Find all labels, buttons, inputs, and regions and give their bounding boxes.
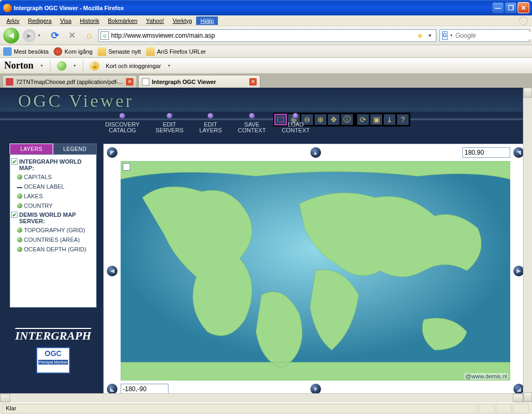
pan-e-button[interactable]: ▶ (513, 266, 524, 276)
tool-full-extent-icon[interactable]: ▣ (370, 114, 383, 125)
tool-refresh-icon[interactable]: ⟳ (357, 114, 369, 125)
folder-icon (146, 47, 155, 56)
search-input[interactable] (455, 32, 532, 39)
stop-button[interactable]: ✕ (64, 28, 80, 44)
bookmark-ans-firefox[interactable]: AnS Firefox URLer (146, 47, 206, 56)
norton-vault-label[interactable]: Kort och inloggningar (106, 63, 161, 69)
bookmark-kom-igang[interactable]: Kom igång (54, 47, 92, 56)
tool-download-icon[interactable]: ⤓ (383, 114, 396, 125)
url-bar[interactable]: ◎ ★ ▼ (98, 29, 436, 42)
layer-lakes[interactable]: LAKES (11, 191, 95, 201)
pan-nw-button[interactable]: ◤ (107, 147, 117, 158)
status-cell (479, 404, 495, 413)
coord-ne-input[interactable] (462, 147, 510, 158)
menu-edit-layers[interactable]: EDITLAYERS (199, 113, 222, 133)
tab-close-button[interactable]: ✕ (249, 78, 257, 86)
norton-toolbar: Norton ▼ ▼ 🔒 Kort och inloggningar ▼ (0, 58, 532, 74)
history-dropdown-icon[interactable]: ▼ (37, 33, 41, 37)
tool-globe-target-icon[interactable]: ⊕ (314, 114, 327, 125)
menu-historik[interactable]: Historik (75, 16, 104, 25)
separator (83, 60, 83, 72)
ogc-badge: OGC Principal Member (36, 347, 70, 374)
browser-tabbar: 72TNTmapChoose.pdf (application/pdf-... … (0, 74, 532, 88)
window-title: Intergraph OGC Viewer - Mozilla Firefox (14, 5, 492, 11)
checkbox-icon[interactable]: ✔ (11, 212, 18, 218)
pan-se-button[interactable]: ◢ (513, 384, 524, 394)
pan-s-button[interactable]: ▼ (310, 384, 321, 394)
menu-verktyg[interactable]: Verktyg (168, 16, 197, 25)
layer-list: ✔ INTERGRAPH WORLD MAP: CAPITALS OCEAN L… (10, 154, 97, 308)
map-page-icon[interactable] (123, 163, 130, 171)
norton-status-dropdown-icon[interactable]: ▼ (73, 64, 77, 67)
viewer-menu-strip: DISCOVERYCATALOG EDITSERVERS EDITLAYERS … (0, 112, 532, 143)
folder-icon (98, 47, 106, 56)
menu-load-context[interactable]: LOADCONTEXT (282, 113, 310, 133)
layer-countries[interactable]: COUNTRIES (AREA) (11, 235, 95, 244)
tab-close-button[interactable]: ✕ (126, 78, 133, 86)
reload-button[interactable]: ⟳ (47, 28, 63, 44)
pan-ne-button[interactable]: ◥ (513, 147, 524, 158)
maximize-button[interactable]: ❐ (505, 2, 517, 13)
folder-icon (3, 47, 12, 56)
separator (50, 60, 50, 72)
layer-group-demis[interactable]: ✔ DEMIS WORLD MAP SERVER: (11, 210, 95, 225)
tab-label: Intergraph OGC Viewer (152, 79, 216, 85)
separator (354, 114, 356, 125)
menu-visa[interactable]: Visa (56, 16, 75, 25)
checkbox-icon[interactable]: ✔ (11, 158, 18, 165)
tool-help-icon[interactable]: ? (396, 114, 409, 125)
close-button[interactable]: ✕ (518, 2, 529, 13)
browser-statusbar: Klar (0, 402, 532, 414)
layer-group-intergraph[interactable]: ✔ INTERGRAPH WORLD MAP: (11, 157, 95, 172)
home-button[interactable]: ⌂ (81, 28, 97, 44)
bookmark-senaste-nytt[interactable]: Senaste nytt (98, 47, 141, 56)
google-icon[interactable]: G (442, 31, 447, 40)
search-bar[interactable]: G ▼ 🔍 (440, 29, 530, 42)
back-button[interactable]: ◄ (2, 27, 20, 45)
menu-hjalp[interactable]: Hjälp (196, 16, 218, 25)
site-identity-icon[interactable]: ◎ (100, 31, 109, 40)
norton-vault-dropdown-icon[interactable]: ▼ (167, 64, 171, 67)
menu-edit-servers[interactable]: EDITSERVERS (156, 113, 183, 133)
norton-logo[interactable]: Norton (4, 60, 33, 71)
search-engine-dropdown-icon[interactable]: ▼ (450, 33, 453, 37)
left-panel: LAYERS LEGEND ✔ INTERGRAPH WORLD MAP: CA… (10, 143, 97, 398)
bookmarks-toolbar: Mest besökta Kom igång Senaste nytt AnS … (0, 45, 532, 58)
norton-status-icon[interactable] (57, 61, 66, 71)
tool-info-icon[interactable]: ⓘ (341, 114, 353, 125)
tab-pdf[interactable]: 72TNTmapChoose.pdf (application/pdf-... … (2, 75, 137, 88)
layer-ocean-label[interactable]: OCEAN LABEL (11, 182, 95, 191)
status-text: Klar (2, 404, 478, 413)
minimize-button[interactable]: — (492, 2, 504, 13)
bookmark-star-icon[interactable]: ★ (417, 31, 424, 40)
tool-pan-icon[interactable]: ✥ (327, 114, 340, 125)
layer-capitals[interactable]: CAPITALS (11, 172, 95, 182)
tab-layers[interactable]: LAYERS (10, 143, 53, 154)
menu-arkiv[interactable]: Arkiv (2, 16, 23, 25)
bookmark-mest-besokta[interactable]: Mest besökta (3, 47, 48, 56)
menu-yahoo[interactable]: Yahoo! (142, 16, 168, 25)
layer-topography[interactable]: TOPOGRAPHY (GRID) (11, 225, 95, 235)
content-scrollbar-horizontal[interactable] (0, 393, 523, 402)
pan-n-button[interactable]: ▲ (310, 147, 321, 158)
browser-menubar: Arkiv Redigera Visa Historik Bokmärken Y… (0, 15, 532, 26)
url-input[interactable] (111, 32, 415, 39)
map-canvas[interactable]: @www.demis.nl (121, 161, 510, 381)
menu-redigera[interactable]: Redigera (23, 16, 56, 25)
layer-country[interactable]: COUNTRY (11, 201, 95, 210)
menu-bokmarken[interactable]: Bokmärken (104, 16, 142, 25)
norton-vault-icon[interactable]: 🔒 (90, 61, 99, 71)
pan-sw-button[interactable]: ◣ (107, 384, 117, 394)
norton-dropdown-icon[interactable]: ▼ (40, 64, 44, 67)
forward-button[interactable]: ► (21, 28, 37, 44)
menu-discovery-catalog[interactable]: DISCOVERYCATALOG (105, 113, 140, 133)
activity-indicator-icon (519, 16, 528, 25)
pan-w-button[interactable]: ◀ (107, 266, 117, 276)
tab-legend[interactable]: LEGEND (53, 143, 97, 154)
content-scrollbar-vertical[interactable] (523, 88, 532, 402)
layer-ocean-depth[interactable]: OCEAN DEPTH (GRID) (11, 244, 95, 254)
coord-sw-input[interactable] (121, 384, 168, 394)
url-dropdown-icon[interactable]: ▼ (426, 33, 434, 38)
tab-ogc-viewer[interactable]: Intergraph OGC Viewer ✕ (138, 75, 260, 88)
menu-save-context[interactable]: SAVECONTEXT (238, 113, 266, 133)
